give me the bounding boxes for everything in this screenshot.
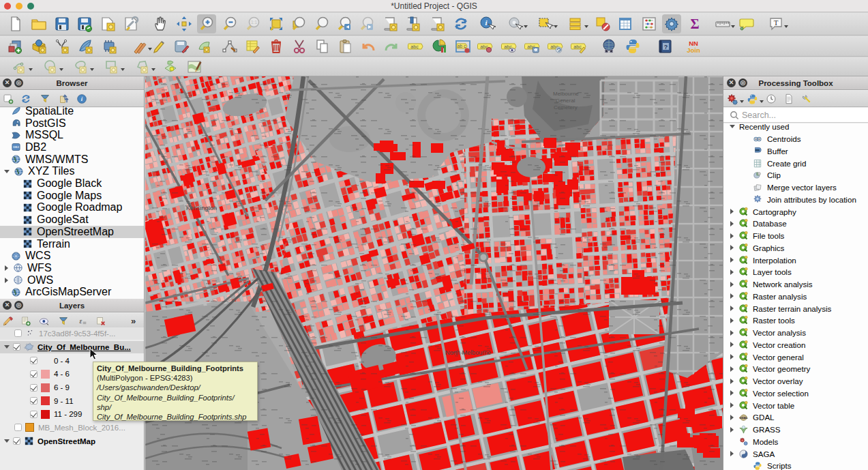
svg-text:Join: Join <box>687 46 700 54</box>
svg-text:Σ: Σ <box>690 16 699 31</box>
svg-text:?: ? <box>664 44 668 50</box>
svg-text:Cemetery: Cemetery <box>554 104 578 111</box>
svg-text:1:1: 1:1 <box>251 20 257 25</box>
svg-text:Melbourne: Melbourne <box>553 91 579 97</box>
svg-text:GDAL: GDAL <box>739 416 748 420</box>
svg-text:General: General <box>556 98 575 104</box>
svg-text:DB2: DB2 <box>13 146 19 149</box>
svg-text:ε: ε <box>79 318 82 325</box>
svg-text:ab c: ab c <box>458 44 466 48</box>
svg-text:North Melbourne: North Melbourne <box>445 349 491 356</box>
svg-text:Kensington: Kensington <box>186 205 217 211</box>
svg-text:T: T <box>774 18 779 27</box>
svg-text:abc: abc <box>410 44 419 49</box>
svg-text:abc: abc <box>573 44 582 49</box>
